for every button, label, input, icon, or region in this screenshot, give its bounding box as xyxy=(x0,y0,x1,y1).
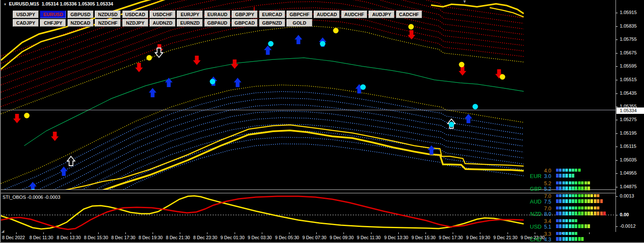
strength-bar-segment xyxy=(572,224,574,228)
pair-button-eurjpy[interactable]: EURJPY xyxy=(177,11,203,18)
time-axis-tick xyxy=(235,232,235,234)
lower-band-line-4 xyxy=(1,111,524,189)
pair-button-audnzd[interactable]: AUDNZD xyxy=(150,19,176,27)
pair-button-cadjpy[interactable]: CADJPY xyxy=(13,19,39,27)
time-axis-tick xyxy=(480,232,480,234)
time-axis-tick xyxy=(125,232,126,234)
time-axis-label: 9 Dec 11:30 xyxy=(357,235,381,240)
price-axis-label: 1.04955 xyxy=(620,170,637,175)
strength-bar-segment xyxy=(556,237,559,241)
strength-bar-segment xyxy=(562,219,565,222)
subwindow-resize-icon[interactable]: ◢ xyxy=(1,229,4,233)
pair-button-nzdjpy[interactable]: NZDJPY xyxy=(122,19,148,27)
strength-bar-segment xyxy=(562,186,565,190)
strength-bar-segment xyxy=(556,174,559,178)
strength-bar-segment xyxy=(603,212,606,215)
subwindow-separator-top[interactable] xyxy=(1,189,616,190)
signal-dot-yellow xyxy=(333,28,339,34)
pair-button-cadchf[interactable]: CADCHF xyxy=(396,11,422,18)
strength-bar-segment xyxy=(569,224,571,228)
pair-button-nzdusd[interactable]: NZDUSD xyxy=(95,11,121,18)
time-axis-label: 8 Dec 21:30 xyxy=(166,235,190,240)
lower-band-line-1 xyxy=(1,91,524,189)
indicator-subwindow-canvas[interactable] xyxy=(1,193,616,232)
pair-button-audchf[interactable]: AUDCHF xyxy=(341,11,367,18)
strength-bar-segment xyxy=(562,194,565,197)
strength-bar-segment xyxy=(559,219,562,222)
strength-bar-segment xyxy=(575,186,577,190)
time-axis-label: 8 Dec 13:30 xyxy=(57,235,81,240)
strength-bar-segment xyxy=(584,199,587,203)
buy-arrow-icon xyxy=(29,182,37,189)
pair-button-gbpusd[interactable]: GBPUSD xyxy=(68,11,94,18)
indicator-axis-tick xyxy=(616,196,618,197)
pair-button-usdjpy[interactable]: USDJPY xyxy=(13,11,39,18)
upper-band-line-7 xyxy=(1,0,524,63)
time-axis-tick xyxy=(207,232,207,234)
pair-button-nzdcad[interactable]: NZDCAD xyxy=(68,19,94,27)
pair-button-audcad[interactable]: AUDCAD xyxy=(314,11,340,18)
signal-dot-cyan xyxy=(473,104,478,110)
strength-bar-segment xyxy=(587,224,590,228)
price-axis-tick xyxy=(616,160,618,161)
strength-bar-segment xyxy=(559,194,562,197)
pair-button-nzdchf[interactable]: NZDCHF xyxy=(95,19,121,27)
time-axis-tick xyxy=(316,232,317,234)
strength-bar-segment xyxy=(562,169,565,172)
price-axis-label: 1.05915 xyxy=(620,10,637,15)
lower-band-line-5 xyxy=(1,118,524,189)
strength-bar-segment xyxy=(562,199,565,203)
price-axis-tick xyxy=(616,40,618,40)
indicator-axis-label: 0.00 xyxy=(620,212,629,217)
price-axis-label: 1.05835 xyxy=(620,23,637,28)
pair-button-gbpnzd[interactable]: GBPNZD xyxy=(259,19,285,27)
pair-button-eurcad[interactable]: EURCAD xyxy=(259,11,285,18)
indicator-name-label: STI_OBOS -0.0006 -0.0003 xyxy=(3,195,60,200)
strength-bar-segment xyxy=(572,169,574,172)
pair-button-usdchf[interactable]: USDCHF xyxy=(150,11,176,18)
time-axis-label: 9 Dec 09:30 xyxy=(329,235,354,240)
pair-button-euraud[interactable]: EURAUD xyxy=(204,11,230,18)
price-axis-label: 1.05595 xyxy=(620,63,637,68)
midline-green xyxy=(24,58,524,146)
price-axis-tick xyxy=(616,107,618,107)
pair-button-gbpaud[interactable]: GBPAUD xyxy=(204,19,230,27)
strength-bar-segment xyxy=(587,206,590,209)
time-axis-tick xyxy=(180,232,180,234)
indicator-axis-tick xyxy=(616,226,618,227)
signal-dot-yellow xyxy=(24,113,30,119)
strength-bar-segment xyxy=(565,219,568,222)
strength-bar-segment xyxy=(581,181,584,184)
price-axis[interactable]: 1.059151.058351.057551.056751.055951.055… xyxy=(616,0,644,232)
strength-bar-segment xyxy=(556,169,559,172)
strength-bar-segment xyxy=(575,199,577,203)
chart-shift-triangle-icon[interactable]: ▼ xyxy=(462,0,467,4)
pair-button-eurnzd[interactable]: EURNZD xyxy=(177,19,203,27)
pair-button-audjpy[interactable]: AUDJPY xyxy=(369,11,394,18)
time-axis-label: 9 Dec 07:30 xyxy=(302,235,326,240)
strength-bar-segment xyxy=(581,212,584,215)
time-axis-label: 9 Dec 15:30 xyxy=(411,235,436,240)
currency-label-nzd: NZD xyxy=(527,211,542,217)
pair-button-gbpjpy[interactable]: GBPJPY xyxy=(232,11,258,18)
strength-bar-segment xyxy=(559,232,562,235)
time-axis-label: 9 Dec 03:30 xyxy=(248,235,272,240)
main-chart-canvas[interactable] xyxy=(1,0,616,189)
time-axis-tick xyxy=(453,232,453,234)
pair-button-chfjpy[interactable]: CHFJPY xyxy=(40,19,66,27)
pair-button-gold[interactable]: GOLD xyxy=(287,19,312,27)
strength-bar-segment xyxy=(594,206,596,209)
strength-bar-segment xyxy=(575,181,577,184)
pair-button-gbpcad[interactable]: GBPCAD xyxy=(232,19,258,27)
strength-bar-segment xyxy=(572,237,574,241)
pair-button-usdcad[interactable]: USDCAD xyxy=(122,11,148,18)
pair-button-eurusd[interactable]: EURUSD xyxy=(40,11,66,18)
pair-button-gbpchf[interactable]: GBPCHF xyxy=(287,11,312,18)
strength-bar-segment xyxy=(575,212,577,215)
time-axis-tick xyxy=(426,232,426,234)
sell-arrow-icon xyxy=(13,114,21,123)
upper-band-base-line xyxy=(1,26,524,114)
strength-bar-segment xyxy=(559,237,562,241)
time-axis-tick xyxy=(43,232,44,234)
dropdown-triangle-icon[interactable]: ▼ xyxy=(3,3,7,6)
